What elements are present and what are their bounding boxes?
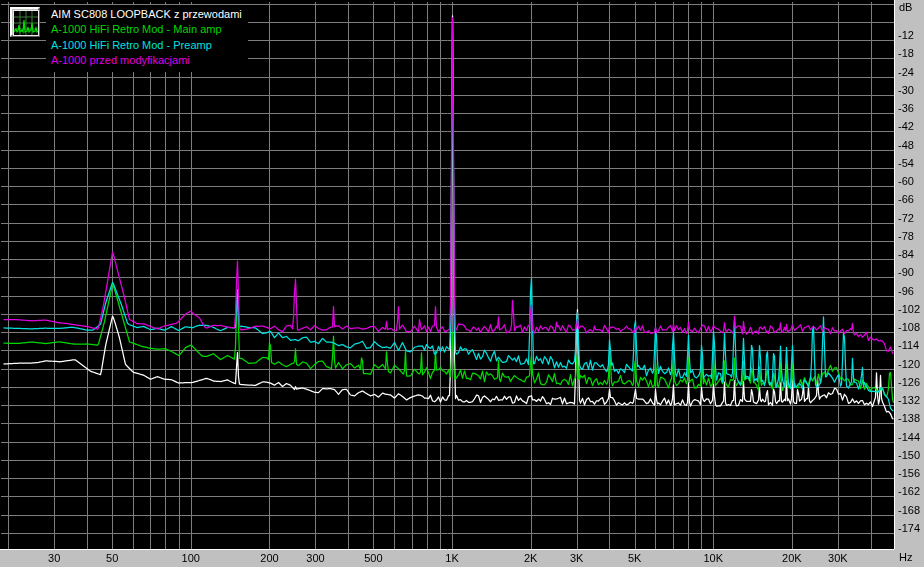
db-axis-label: -120 bbox=[898, 358, 924, 371]
spectrum-plot bbox=[0, 0, 924, 567]
legend-item-2: A-1000 HiFi Retro Mod - Main amp bbox=[51, 22, 242, 37]
db-axis-label: -174 bbox=[898, 522, 924, 535]
db-axis-label: -162 bbox=[898, 485, 924, 498]
db-axis-label: -60 bbox=[898, 175, 924, 188]
hz-unit-label: Hz bbox=[899, 551, 912, 563]
freq-axis-label: 300 bbox=[306, 551, 324, 565]
freq-axis-label: 2K bbox=[524, 551, 537, 565]
db-axis-label: -156 bbox=[898, 467, 924, 480]
freq-axis-label: 3K bbox=[570, 551, 583, 565]
freq-axis-label: 30K bbox=[828, 551, 848, 565]
db-axis-label: -42 bbox=[898, 120, 924, 133]
freq-axis-label: 100 bbox=[182, 551, 200, 565]
db-unit-label: dB bbox=[899, 1, 912, 13]
db-axis-label: -12 bbox=[898, 29, 924, 42]
db-axis-label: -72 bbox=[898, 212, 924, 225]
db-axis-label: -132 bbox=[898, 394, 924, 407]
db-axis-label: -108 bbox=[898, 321, 924, 334]
freq-axis-label: 500 bbox=[364, 551, 382, 565]
db-axis-label: -48 bbox=[898, 139, 924, 152]
legend: AIM SC808 LOOPBACK z przewodamiA-1000 Hi… bbox=[46, 5, 248, 72]
db-axis-label: -126 bbox=[898, 376, 924, 389]
db-axis-label: -102 bbox=[898, 303, 924, 316]
db-axis-label: -150 bbox=[898, 449, 924, 462]
db-axis-label: -18 bbox=[898, 47, 924, 60]
db-axis-label: -54 bbox=[898, 157, 924, 170]
db-axis-label: -96 bbox=[898, 285, 924, 298]
db-axis-label: -30 bbox=[898, 84, 924, 97]
db-axis-label: -90 bbox=[898, 266, 924, 279]
db-axis-label: -138 bbox=[898, 412, 924, 425]
spectrum-analyzer-window: AIM SC808 LOOPBACK z przewodamiA-1000 Hi… bbox=[0, 0, 924, 567]
db-axis-label: -84 bbox=[898, 248, 924, 261]
db-axis-label: -24 bbox=[898, 66, 924, 79]
legend-item-3: A-1000 HiFi Retro Mod - Preamp bbox=[51, 38, 242, 53]
db-axis-label: -36 bbox=[898, 102, 924, 115]
freq-axis-label: 20K bbox=[782, 551, 802, 565]
db-axis-label: -114 bbox=[898, 339, 924, 352]
freq-axis-label: 50 bbox=[106, 551, 118, 565]
legend-item-1: AIM SC808 LOOPBACK z przewodami bbox=[51, 7, 242, 22]
db-axis-label: -168 bbox=[898, 504, 924, 517]
db-axis-label: -66 bbox=[898, 193, 924, 206]
db-axis-label: -78 bbox=[898, 230, 924, 243]
spectrum-icon-button[interactable] bbox=[10, 7, 40, 37]
freq-axis-label: 10K bbox=[703, 551, 723, 565]
spectrum-analyzer-icon bbox=[13, 10, 39, 36]
freq-axis-label: 200 bbox=[260, 551, 278, 565]
db-axis-label: -144 bbox=[898, 431, 924, 444]
legend-item-4: A-1000 przed modyfikacjami bbox=[51, 53, 242, 68]
freq-axis-label: 30 bbox=[48, 551, 60, 565]
freq-axis-label: 1K bbox=[445, 551, 458, 565]
freq-axis-label: 5K bbox=[628, 551, 641, 565]
